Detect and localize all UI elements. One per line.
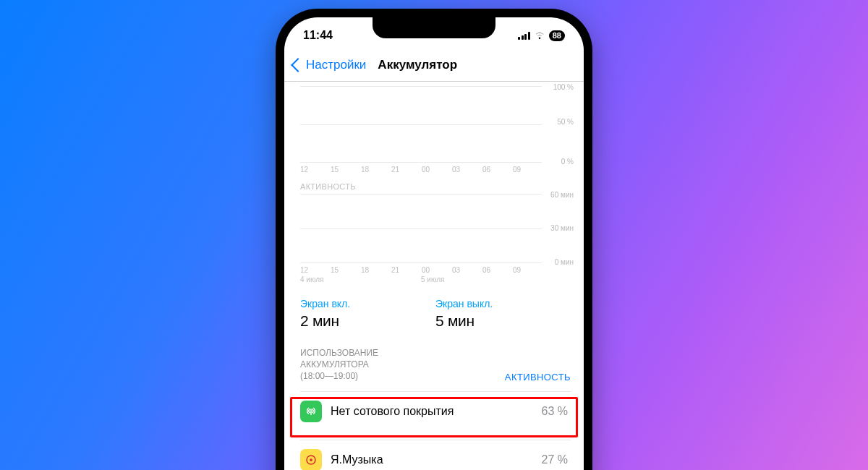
y-tick: 0 мин <box>555 258 574 266</box>
usage-header-line: АККУМУЛЯТОРА <box>300 359 378 370</box>
battery-level-chart[interactable]: 100 % 50 % 0 % <box>300 86 571 163</box>
y-tick: 0 % <box>561 158 574 166</box>
activity-chart[interactable]: 60 мин 30 мин 0 мин <box>300 194 571 263</box>
day-label: 4 июля <box>300 275 421 283</box>
screen-time-stats: Экран вкл. 2 мин Экран выкл. 5 мин <box>300 298 571 330</box>
wifi-icon <box>534 31 545 40</box>
y-tick: 50 % <box>557 118 574 126</box>
screen-on-value: 2 мин <box>300 312 435 330</box>
usage-row-yamusic[interactable]: Я.Музыка 27 % <box>300 440 571 470</box>
page-title: Аккумулятор <box>378 58 457 72</box>
screen-on-label: Экран вкл. <box>300 298 435 309</box>
yandex-music-icon <box>300 449 322 470</box>
y-tick: 60 мин <box>550 191 574 199</box>
day-label: 5 июля <box>421 275 542 283</box>
notch <box>373 17 495 38</box>
usage-row-pct: 27 % <box>542 453 568 466</box>
chevron-left-icon <box>291 58 305 72</box>
usage-header: ИСПОЛЬЗОВАНИЕ АККУМУЛЯТОРА (18:00—19:00)… <box>300 347 571 383</box>
usage-header-range: (18:00—19:00) <box>300 370 378 382</box>
activity-tab[interactable]: АКТИВНОСТЬ <box>505 372 571 383</box>
screen-off-label: Экран выкл. <box>435 298 571 309</box>
back-button[interactable]: Настройки <box>290 58 366 72</box>
cellular-signal-icon <box>518 31 530 40</box>
back-label: Настройки <box>306 58 366 72</box>
usage-row-label: Нет сотового покрытия <box>331 405 542 418</box>
phone-frame: 11:44 88 Настройки Аккумулятор 100 % <box>276 9 592 470</box>
cellular-tower-icon <box>300 401 322 422</box>
status-time: 11:44 <box>303 29 333 42</box>
battery-icon: 88 <box>549 30 565 41</box>
y-tick: 100 % <box>553 83 574 91</box>
wallpaper: 11:44 88 Настройки Аккумулятор 100 % <box>0 0 868 470</box>
svg-point-1 <box>310 458 312 461</box>
usage-row-label: Я.Музыка <box>331 453 542 466</box>
screen-off-value: 5 мин <box>435 312 571 330</box>
usage-row-no-cell[interactable]: Нет сотового покрытия 63 % <box>300 391 571 431</box>
usage-list: Нет сотового покрытия 63 % Я.Музыка 27 % <box>300 391 571 470</box>
usage-row-pct: 63 % <box>542 405 568 418</box>
usage-header-line: ИСПОЛЬЗОВАНИЕ <box>300 347 378 359</box>
activity-section-title: АКТИВНОСТЬ <box>300 182 571 191</box>
screen: 11:44 88 Настройки Аккумулятор 100 % <box>284 17 584 470</box>
y-tick: 30 мин <box>550 224 574 232</box>
nav-bar: Настройки Аккумулятор <box>284 49 584 82</box>
